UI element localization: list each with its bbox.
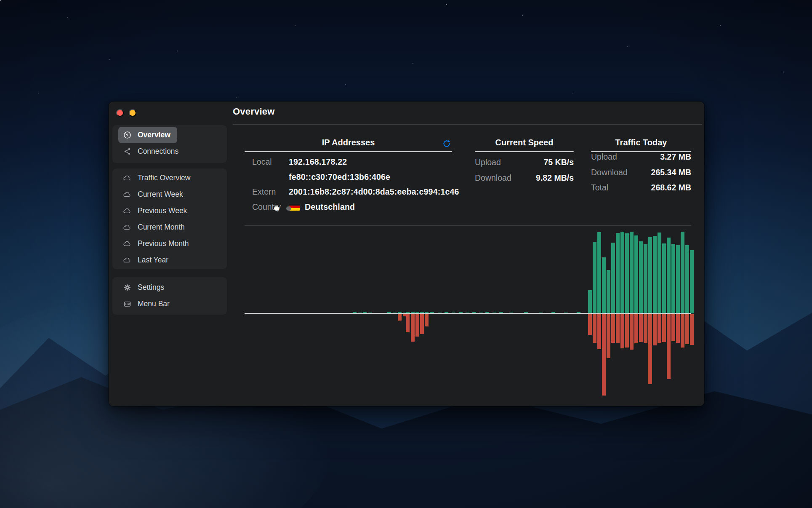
upload-bar	[425, 314, 429, 326]
app-window: Overview OverviewConnections Traffic Ove…	[109, 102, 704, 406]
upload-row: Upload75 KB/s	[475, 157, 574, 167]
download-bar	[690, 250, 694, 313]
download-bar	[625, 233, 629, 313]
upload-bar	[634, 314, 638, 343]
gauge-icon	[122, 130, 132, 140]
share-icon	[122, 147, 132, 157]
traffic-history-chart	[245, 228, 691, 405]
download-bar	[630, 232, 634, 313]
sidebar-item-label: Current Week	[138, 190, 183, 199]
sidebar: OverviewConnections Traffic OverviewCurr…	[112, 102, 227, 406]
upload-bar	[611, 314, 615, 343]
upload-bar	[630, 314, 634, 350]
upload-bar	[648, 314, 652, 384]
upload-bar	[398, 314, 402, 321]
page-dot-2[interactable]	[287, 206, 291, 211]
sidebar-item-label: Overview	[138, 131, 170, 139]
download-bar	[620, 232, 624, 313]
upload-bar	[411, 314, 415, 342]
row-label: Upload	[591, 152, 617, 162]
upload-bar	[620, 314, 624, 348]
ip-row-value: 192.168.178.22	[289, 157, 347, 167]
upload-bar	[420, 314, 424, 334]
sidebar-item-settings[interactable]: Settings	[118, 279, 171, 296]
row-label: Total	[591, 183, 608, 193]
download-bar	[667, 238, 671, 313]
refresh-icon	[442, 144, 452, 150]
upload-bar	[681, 314, 684, 348]
download-bar	[588, 290, 592, 313]
refresh-button[interactable]	[441, 139, 452, 150]
download-row: Download9.82 MB/s	[475, 173, 574, 183]
ip-row: fe80::c30:70ed:13b6:406e	[252, 172, 452, 182]
cloud-icon	[122, 190, 132, 200]
ip-row: Extern2001:16b8:2c87:4d00:8da5:eeba:c994…	[252, 187, 452, 197]
download-bar	[681, 232, 684, 313]
download-bar	[671, 244, 675, 313]
sidebar-item-label: Menu Bar	[138, 299, 170, 308]
upload-row: Upload3.27 MB	[591, 152, 691, 162]
ip-addresses-title: IP Addresses	[245, 138, 452, 148]
upload-bar	[607, 314, 610, 358]
download-bar	[653, 236, 657, 313]
sidebar-item-previous-month[interactable]: Previous Month	[118, 235, 196, 252]
cloud-icon	[122, 222, 132, 233]
download-bar	[658, 233, 661, 313]
gear-icon	[122, 283, 132, 293]
row-label: Download	[475, 173, 511, 183]
sidebar-item-traffic-overview[interactable]: Traffic Overview	[118, 170, 197, 186]
total-row: Total268.62 MB	[591, 182, 691, 193]
upload-bar	[662, 314, 666, 342]
header-divider	[233, 124, 702, 125]
sidebar-item-connections[interactable]: Connections	[118, 143, 185, 160]
current-speed-title: Current Speed	[475, 138, 574, 148]
sidebar-item-previous-week[interactable]: Previous Week	[118, 203, 194, 219]
download-bar	[639, 241, 643, 313]
download-bar	[593, 242, 596, 313]
upload-bar	[658, 314, 661, 343]
download-bar	[607, 270, 610, 313]
cloud-icon	[122, 239, 132, 249]
sidebar-item-label: Connections	[138, 147, 178, 156]
section-divider	[245, 225, 691, 226]
upload-bar	[602, 314, 606, 396]
download-bar	[616, 233, 620, 313]
upload-bar	[588, 314, 592, 335]
sidebar-item-last-year[interactable]: Last Year	[118, 252, 175, 268]
sidebar-group-main: OverviewConnections	[112, 125, 227, 163]
row-label: Download	[591, 168, 628, 177]
menubar-icon	[122, 299, 132, 309]
sidebar-item-current-month[interactable]: Current Month	[118, 219, 192, 235]
upload-bar	[616, 314, 620, 343]
upload-bar	[676, 314, 680, 343]
download-bar	[676, 245, 680, 313]
traffic-page-dots	[233, 206, 333, 211]
upload-bar	[671, 314, 675, 341]
row-label: Upload	[475, 158, 501, 167]
download-row: Download265.34 MB	[591, 167, 691, 177]
speed-underline	[475, 151, 574, 152]
upload-bar	[406, 314, 410, 332]
cloud-icon	[122, 173, 132, 183]
sidebar-item-label: Previous Month	[138, 239, 189, 248]
row-value: 9.82 MB/s	[536, 173, 574, 183]
cloud-icon	[122, 255, 132, 265]
sidebar-item-label: Last Year	[138, 256, 168, 265]
download-bar	[644, 244, 647, 313]
desktop-wallpaper: Overview OverviewConnections Traffic Ove…	[0, 0, 812, 508]
page-dot-1[interactable]	[275, 206, 279, 211]
upload-bar	[415, 314, 419, 337]
sidebar-item-current-week[interactable]: Current Week	[118, 186, 190, 203]
sidebar-item-overview[interactable]: Overview	[118, 127, 177, 143]
upload-bar	[653, 314, 657, 345]
sidebar-item-menu-bar[interactable]: Menu Bar	[118, 296, 176, 312]
download-bar	[597, 232, 601, 313]
download-bar	[648, 237, 652, 313]
traffic-today-title: Traffic Today	[591, 138, 691, 148]
sidebar-item-label: Previous Week	[138, 206, 187, 215]
upload-bar	[644, 314, 647, 343]
row-value: 75 KB/s	[543, 158, 574, 167]
download-bar	[662, 243, 666, 313]
download-bar	[611, 243, 615, 313]
upload-bar	[685, 314, 689, 344]
